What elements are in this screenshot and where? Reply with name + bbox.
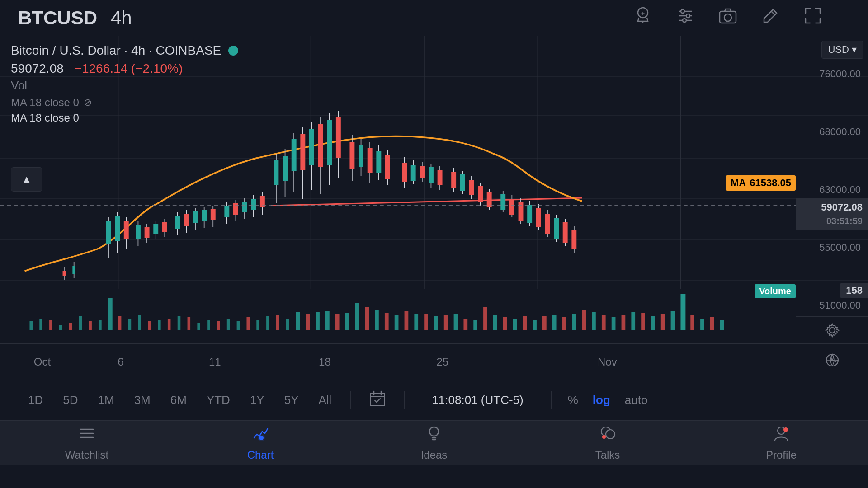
svg-rect-64 xyxy=(424,314,428,330)
svg-rect-191 xyxy=(545,214,550,234)
range-all[interactable]: All xyxy=(309,389,342,412)
svg-rect-183 xyxy=(509,199,514,215)
svg-rect-74 xyxy=(523,316,527,330)
svg-rect-66 xyxy=(444,315,448,330)
nav-profile[interactable]: Profile xyxy=(694,425,868,461)
range-5y[interactable]: 5Y xyxy=(274,389,309,412)
current-price-badge: 59072.08 03:51:59 xyxy=(796,198,868,230)
svg-point-212 xyxy=(429,427,439,436)
range-5d[interactable]: 5D xyxy=(53,389,88,412)
svg-rect-159 xyxy=(385,155,390,179)
ma-badge-label: MA xyxy=(731,177,746,189)
svg-rect-53 xyxy=(316,312,320,330)
svg-rect-75 xyxy=(533,320,537,330)
svg-rect-71 xyxy=(493,315,497,330)
svg-rect-25 xyxy=(39,319,42,330)
svg-rect-65 xyxy=(434,316,438,330)
svg-rect-97 xyxy=(63,271,66,276)
ideas-label: Ideas xyxy=(421,449,448,461)
nav-talks[interactable]: Talks xyxy=(521,425,694,461)
svg-rect-105 xyxy=(124,221,129,239)
fullscreen-icon[interactable] xyxy=(803,6,823,30)
chart-settings-icon[interactable] xyxy=(796,316,868,343)
range-1m[interactable]: 1M xyxy=(88,389,124,412)
svg-rect-32 xyxy=(108,298,113,330)
drawing-icon[interactable] xyxy=(760,6,780,30)
svg-rect-60 xyxy=(385,313,389,330)
svg-rect-86 xyxy=(641,313,645,330)
range-3m[interactable]: 3M xyxy=(124,389,160,412)
svg-rect-193 xyxy=(554,218,559,239)
svg-rect-50 xyxy=(286,319,289,330)
svg-rect-127 xyxy=(233,203,238,215)
chevron-up-icon: ▲ xyxy=(22,174,32,185)
price-change: −1266.14 (−2.10%) xyxy=(75,61,183,75)
time-11: 11 xyxy=(209,356,221,368)
svg-rect-137 xyxy=(283,156,288,181)
svg-rect-181 xyxy=(500,194,505,210)
price-level-63k: 63000.00 xyxy=(796,184,868,196)
svg-rect-49 xyxy=(276,315,279,330)
svg-rect-84 xyxy=(622,315,626,330)
range-1y[interactable]: 1Y xyxy=(240,389,274,412)
scroll-up-button[interactable]: ▲ xyxy=(11,167,42,192)
screenshot-icon[interactable] xyxy=(718,6,738,30)
log-button[interactable]: log xyxy=(585,389,618,412)
alert-icon[interactable]: + xyxy=(633,6,653,30)
timezone-settings-icon[interactable] xyxy=(825,352,840,371)
svg-rect-149 xyxy=(336,117,341,158)
indicators-icon[interactable] xyxy=(675,6,695,30)
chart-label: Chart xyxy=(247,449,274,461)
price-level-55k: 55000.00 xyxy=(796,242,868,253)
svg-rect-43 xyxy=(217,321,220,330)
svg-rect-88 xyxy=(661,314,665,330)
svg-rect-131 xyxy=(251,199,256,210)
percent-button[interactable]: % xyxy=(561,389,585,412)
svg-rect-54 xyxy=(326,311,330,330)
svg-rect-153 xyxy=(359,145,363,167)
svg-rect-119 xyxy=(193,211,198,223)
ma1-row: MA 18 close 0 ⊘ xyxy=(11,96,238,109)
currency-dropdown[interactable]: USD ▾ xyxy=(821,41,863,59)
time-25: 25 xyxy=(436,356,448,368)
svg-rect-111 xyxy=(153,224,158,234)
eye-slash-icon[interactable]: ⊘ xyxy=(84,97,92,108)
time-18: 18 xyxy=(319,356,331,368)
svg-line-11 xyxy=(771,11,775,15)
svg-rect-99 xyxy=(72,266,75,274)
svg-rect-155 xyxy=(368,148,373,173)
range-1d[interactable]: 1D xyxy=(18,389,53,412)
svg-rect-34 xyxy=(128,319,132,330)
chart-info-panel: Bitcoin / U.S. Dollar · 4h · COINBASE 59… xyxy=(0,36,249,133)
toolbar-icons: + xyxy=(633,6,823,30)
interval-label[interactable]: 4h xyxy=(111,7,132,29)
svg-rect-179 xyxy=(487,192,492,207)
nav-ideas[interactable]: Ideas xyxy=(347,425,521,461)
symbol-label[interactable]: BTCUSD xyxy=(18,7,97,29)
svg-rect-70 xyxy=(483,307,487,330)
svg-rect-203 xyxy=(370,393,385,406)
volume-label-badge: Volume xyxy=(755,284,796,298)
auto-button[interactable]: auto xyxy=(618,389,655,412)
ma-badge-value: 61538.05 xyxy=(750,177,791,189)
nav-watchlist[interactable]: Watchlist xyxy=(0,425,174,461)
svg-rect-48 xyxy=(266,316,269,330)
svg-rect-90 xyxy=(680,294,685,330)
clock-display: 11:08:01 (UTC-5) xyxy=(432,393,523,407)
svg-rect-69 xyxy=(473,320,477,330)
svg-rect-85 xyxy=(631,312,635,330)
current-price: 59072.08 xyxy=(11,61,64,75)
nav-chart[interactable]: Chart xyxy=(174,425,347,461)
svg-rect-78 xyxy=(562,317,566,330)
svg-rect-33 xyxy=(118,316,122,330)
date-range-button[interactable] xyxy=(360,387,395,413)
svg-rect-41 xyxy=(197,323,200,330)
svg-rect-101 xyxy=(106,221,111,244)
range-6m[interactable]: 6M xyxy=(160,389,197,412)
ma-price-badge: MA 61538.05 xyxy=(726,175,796,191)
svg-rect-62 xyxy=(405,311,409,330)
range-ytd[interactable]: YTD xyxy=(197,389,240,412)
svg-rect-143 xyxy=(309,129,314,165)
svg-rect-145 xyxy=(318,124,323,167)
svg-rect-173 xyxy=(460,174,465,191)
